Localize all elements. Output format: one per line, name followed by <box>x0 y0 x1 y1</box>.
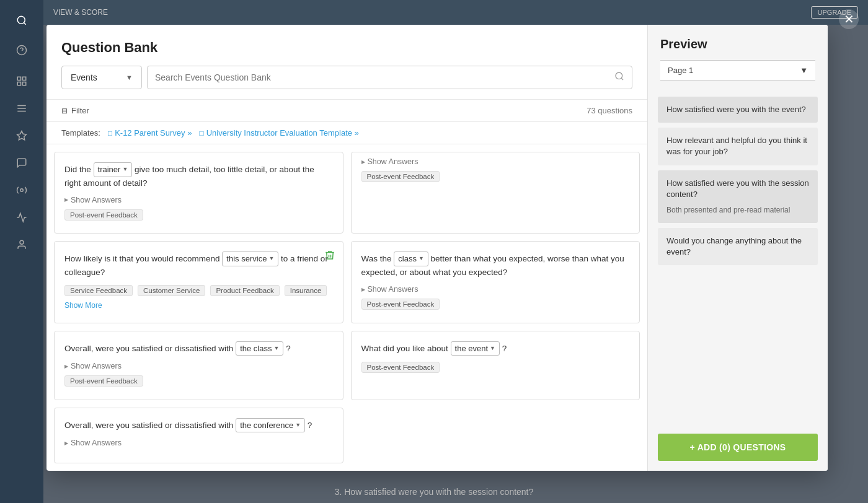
preview-panel: Preview Page 1 ▼ How satisfied were you … <box>648 25 828 471</box>
sidebar-icon-7[interactable] <box>11 234 33 256</box>
q2-inline-select[interactable]: this service ▼ <box>222 252 278 266</box>
filter-row: ⊟ Filter 73 questions <box>46 100 647 122</box>
question-card-top-right: ▶ Show Answers Post-event Feedback <box>351 152 640 234</box>
search-box <box>147 66 632 89</box>
left-panel-header: Question Bank Events ▼ <box>46 25 647 100</box>
svg-point-12 <box>20 189 24 192</box>
sidebar-help-icon[interactable] <box>11 39 33 61</box>
q3-text-before: Was the <box>361 254 394 263</box>
sidebar-icon-3[interactable] <box>11 125 33 147</box>
question-text-q4: What did you like about the event ▼ ? <box>361 341 630 356</box>
svg-point-14 <box>616 72 622 79</box>
show-answers-topright[interactable]: ▶ Show Answers <box>361 157 630 166</box>
question-text-q3: Was the class ▼ better than what you exp… <box>361 252 630 279</box>
preview-q1-text: How satisfied were you with the event? <box>666 105 806 114</box>
filter-label: Filter <box>71 106 89 115</box>
triangle-icon: ▶ <box>361 287 365 292</box>
question-text-q2: How likely is it that you would recommen… <box>64 252 333 279</box>
question-card-q4: What did you like about the event ▼ ? Po… <box>351 331 640 400</box>
svg-point-0 <box>17 16 25 24</box>
sidebar-icon-4[interactable] <box>11 152 33 174</box>
page-selector[interactable]: Page 1 ▼ <box>660 60 815 81</box>
tags-row-q2: Service Feedback Customer Service Produc… <box>64 285 333 310</box>
chevron-icon: ▼ <box>295 421 301 430</box>
page-label: Page 1 <box>668 66 693 75</box>
q4-text-before: What did you like about <box>361 344 451 353</box>
page-chevron-icon: ▼ <box>800 66 808 75</box>
q1-inline-select[interactable]: trainer ▼ <box>94 162 133 177</box>
delete-icon[interactable] <box>324 249 335 265</box>
search-input[interactable] <box>155 72 609 82</box>
tag-service: Service Feedback <box>64 285 133 296</box>
svg-rect-5 <box>23 77 26 80</box>
question-card-q2: How likely is it that you would recommen… <box>54 241 343 323</box>
preview-card-2: How relevant and helpful do you think it… <box>658 128 818 165</box>
sidebar-icon-5[interactable] <box>11 179 33 201</box>
question-card-q6: Overall, were you satisfied or dissatisf… <box>54 408 343 463</box>
chevron-icon: ▼ <box>122 165 128 174</box>
svg-line-1 <box>24 22 25 24</box>
preview-q4-text: Would you change anything about the even… <box>666 236 802 256</box>
triangle-icon: ▶ <box>64 197 68 203</box>
close-button[interactable]: ✕ <box>839 9 859 29</box>
preview-q3-subtext: Both presented and pre-read material <box>666 205 809 216</box>
q5-inline-select[interactable]: the class ▼ <box>236 341 283 356</box>
svg-rect-4 <box>17 77 20 80</box>
q4-inline-select[interactable]: the event ▼ <box>451 341 500 356</box>
sidebar-icon-1[interactable] <box>11 70 33 92</box>
triangle-icon: ▶ <box>64 440 68 446</box>
chevron-icon: ▼ <box>490 344 495 353</box>
template2-link[interactable]: □ University Instructor Evaluation Templ… <box>199 128 358 138</box>
question-text-q6: Overall, were you satisfied or dissatisf… <box>64 418 333 433</box>
tag-post-event-q3: Post-event Feedback <box>361 299 440 310</box>
preview-q3-text: How satisfied were you with the session … <box>666 178 809 200</box>
tags-row-q3: Post-event Feedback <box>361 299 630 312</box>
template2-icon: □ <box>199 129 203 138</box>
view-score-label: VIEW & SCORE <box>53 8 108 17</box>
svg-rect-6 <box>23 82 26 85</box>
triangle-icon: ▶ <box>361 159 365 165</box>
question-card-q3: Was the class ▼ better than what you exp… <box>351 241 640 323</box>
show-answers-q6[interactable]: ▶ Show Answers <box>64 439 333 447</box>
tag-customer: Customer Service <box>138 285 205 296</box>
svg-line-15 <box>621 78 623 80</box>
svg-rect-7 <box>17 82 20 85</box>
tag-insurance: Insurance <box>285 285 327 296</box>
filter-button[interactable]: ⊟ Filter <box>61 106 89 115</box>
tag-post-event-tr: Post-event Feedback <box>361 171 440 182</box>
show-more-link[interactable]: Show More <box>64 301 102 310</box>
question-bank-left-panel: Question Bank Events ▼ <box>46 25 648 471</box>
sidebar-search-icon[interactable] <box>11 9 33 32</box>
q3-inline-select[interactable]: class ▼ <box>394 252 428 266</box>
category-value: Events <box>71 72 97 82</box>
chevron-icon: ▼ <box>268 255 274 263</box>
sidebar-icon-2[interactable] <box>11 97 33 120</box>
templates-row: Templates: □ K-12 Parent Survey » □ Univ… <box>46 122 647 144</box>
add-questions-button[interactable]: + ADD (0) QUESTIONS <box>658 434 818 461</box>
tag-post-event-q5: Post-event Feedback <box>64 375 143 387</box>
templates-label: Templates: <box>61 128 100 138</box>
show-answers-q5[interactable]: ▶ Show Answers <box>64 362 333 370</box>
q6-text-before: Overall, were you satisfied or dissatisf… <box>64 421 236 430</box>
q5-text-after: ? <box>286 344 291 353</box>
q6-inline-select[interactable]: the conference ▼ <box>236 418 305 433</box>
question-bank-modal: Question Bank Events ▼ <box>46 25 828 471</box>
preview-card-4: Would you change anything about the even… <box>658 228 818 265</box>
question-text-q5: Overall, were you satisfied or dissatisf… <box>64 341 333 356</box>
template1-icon: □ <box>108 129 112 138</box>
show-answers-q1[interactable]: ▶ Show Answers <box>64 196 333 204</box>
tag-product: Product Feedback <box>210 285 279 296</box>
question-card-q5: Overall, were you satisfied or dissatisf… <box>54 331 343 400</box>
top-bar: VIEW & SCORE UPGRADE <box>43 0 868 25</box>
preview-q2-text: How relevant and helpful do you think it… <box>666 136 807 156</box>
template1-link[interactable]: □ K-12 Parent Survey » <box>108 128 192 138</box>
question-count: 73 questions <box>587 106 632 115</box>
tag-post-event-q4: Post-event Feedback <box>361 362 440 373</box>
chevron-down-icon: ▼ <box>126 74 133 81</box>
show-answers-q3[interactable]: ▶ Show Answers <box>361 285 630 294</box>
preview-header: Preview Page 1 ▼ <box>648 25 828 90</box>
svg-marker-11 <box>17 131 27 140</box>
preview-title: Preview <box>660 37 815 51</box>
sidebar-icon-6[interactable] <box>11 206 33 229</box>
category-dropdown[interactable]: Events ▼ <box>61 66 142 89</box>
